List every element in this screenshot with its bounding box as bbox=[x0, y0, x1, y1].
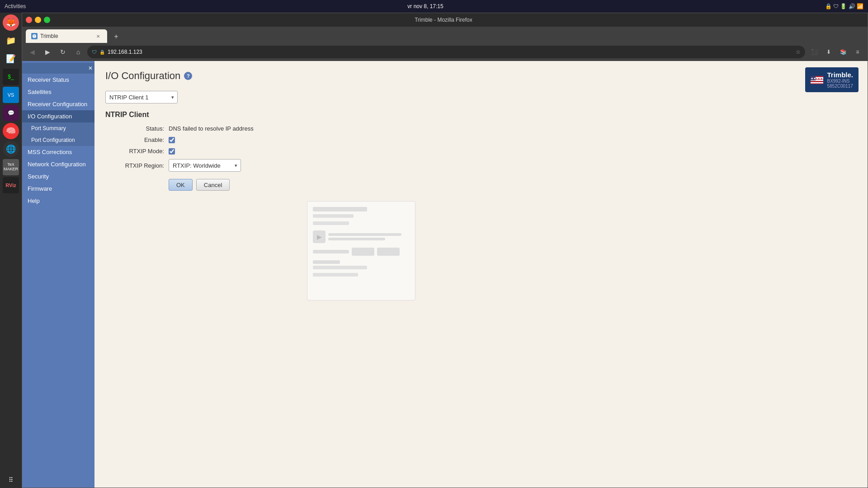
trimble-logo: ★★★★★★★★★★★★★★★★★★★★★★★★★★★★★★★★★★★★★★★★… bbox=[805, 67, 859, 92]
ghost-text-1 bbox=[313, 207, 367, 211]
navbar-extras: ⬛ ⬇ 📚 ≡ bbox=[808, 46, 864, 58]
ghost-row-5 bbox=[313, 273, 410, 277]
ntrip-select-wrapper: NTRIP Client 1 NTRIP Client 2 Serial Por… bbox=[105, 91, 178, 103]
browser-tabbar: T Trimble ✕ + bbox=[22, 27, 868, 43]
taskbar-vscode[interactable]: VS bbox=[3, 87, 19, 103]
rtxip-mode-row: RTXIP Mode: bbox=[105, 148, 857, 155]
menu-btn[interactable]: ≡ bbox=[851, 46, 864, 58]
taskbar: 🦊 📁 📝 $_ VS 💬 🧠 🌐 TeXMAKER RViz ⠿ bbox=[0, 13, 22, 488]
ntrip-client-select[interactable]: NTRIP Client 1 NTRIP Client 2 Serial Por… bbox=[105, 91, 178, 103]
shield-icon: 🛡 bbox=[92, 49, 97, 55]
svg-rect-9 bbox=[811, 83, 823, 84]
browser-navbar: ◀ ▶ ↻ ⌂ 🛡 🔒 192.168.1.123 ☆ ⬛ ⬇ 📚 ≡ bbox=[22, 43, 868, 61]
window-max-btn[interactable]: + bbox=[44, 17, 50, 23]
ghost-row-4 bbox=[313, 260, 410, 269]
tab-favicon: T bbox=[31, 33, 38, 39]
lock-icon: 🔒 bbox=[99, 50, 105, 55]
help-icon-btn[interactable]: ? bbox=[184, 72, 192, 80]
taskbar-brain[interactable]: 🧠 bbox=[3, 123, 19, 139]
section-title: NTRIP Client bbox=[105, 111, 857, 119]
btn-row: OK Cancel bbox=[169, 179, 857, 191]
address-bar[interactable]: 🛡 🔒 192.168.1.123 ☆ bbox=[87, 46, 805, 58]
us-flag-icon: ★★★★★★★★★★★★★★★★★★★★★★★★★★★★★★★★★★★★★★★★… bbox=[811, 76, 823, 84]
clock: vr nov 8, 17:15 bbox=[407, 3, 443, 9]
extensions-btn[interactable]: ⬛ bbox=[808, 46, 821, 58]
rtxip-mode-checkbox[interactable] bbox=[169, 148, 175, 155]
sidebar-item-mss-corrections[interactable]: MSS Corrections bbox=[22, 146, 94, 158]
taskbar-globe[interactable]: 🌐 bbox=[3, 141, 19, 157]
svg-text:★★★★★★★★★★★★★★★★★★★★★★★★★★★★★★: ★★★★★★★★★★★★★★★★★★★★★★★★★★★★★★★★★★★★★★★★… bbox=[811, 77, 823, 80]
page-title-row: I/O Configuration ? bbox=[105, 70, 857, 82]
taskbar-files[interactable]: 📁 bbox=[3, 33, 19, 49]
cancel-button[interactable]: Cancel bbox=[196, 179, 230, 191]
reload-btn[interactable]: ↻ bbox=[57, 46, 69, 58]
downloads-btn[interactable]: ⬇ bbox=[822, 46, 835, 58]
rtxip-region-select[interactable]: RTXIP: Worldwide RTXIP: Americas RTXIP: … bbox=[169, 159, 241, 172]
main-content: ★★★★★★★★★★★★★★★★★★★★★★★★★★★★★★★★★★★★★★★★… bbox=[94, 61, 868, 488]
tab-label: Trimble bbox=[40, 33, 58, 39]
trimble-brand-text: Trimble. BX992-INS 5852C00117 bbox=[827, 71, 853, 89]
sys-tray: 🔒 🛡 🔋 🔊 📶 bbox=[825, 3, 863, 9]
sidebar-item-help[interactable]: Help bbox=[22, 195, 94, 207]
activities-label[interactable]: Activities bbox=[5, 3, 26, 9]
rtxip-mode-label: RTXIP Mode: bbox=[105, 148, 169, 155]
taskbar-notes[interactable]: 📝 bbox=[3, 51, 19, 67]
window-min-btn[interactable]: − bbox=[35, 17, 41, 23]
back-btn[interactable]: ◀ bbox=[26, 46, 38, 58]
system-topbar: Activities vr nov 8, 17:15 🔒 🛡 🔋 🔊 📶 bbox=[0, 0, 868, 13]
sidebar-item-io-config[interactable]: I/O Configuration bbox=[22, 110, 94, 122]
status-label: Status: bbox=[105, 125, 169, 132]
rtxip-region-row: RTXIP Region: RTXIP: Worldwide RTXIP: Am… bbox=[105, 159, 857, 172]
ok-button[interactable]: OK bbox=[169, 179, 193, 191]
bookmarks-btn[interactable]: 📚 bbox=[837, 46, 849, 58]
enable-row: Enable: bbox=[105, 136, 857, 143]
taskbar-slack[interactable]: 💬 bbox=[3, 105, 19, 121]
rtxip-region-label: RTXIP Region: bbox=[105, 162, 169, 169]
taskbar-apps[interactable]: ⠿ bbox=[3, 472, 19, 488]
sidebar: ✕ Receiver Status Satellites Receiver Co… bbox=[22, 61, 94, 488]
sidebar-item-receiver-config[interactable]: Receiver Configuration bbox=[22, 98, 94, 110]
sidebar-item-security[interactable]: Security bbox=[22, 170, 94, 183]
svg-rect-8 bbox=[811, 82, 823, 83]
ghost-row-1 bbox=[313, 221, 410, 227]
enable-checkbox[interactable] bbox=[169, 137, 175, 143]
svg-rect-7 bbox=[811, 81, 823, 82]
sidebar-item-port-config[interactable]: Port Configuration bbox=[22, 134, 94, 146]
page-title: I/O Configuration bbox=[105, 70, 180, 82]
enable-label: Enable: bbox=[105, 136, 169, 143]
new-tab-btn[interactable]: + bbox=[110, 30, 123, 43]
sidebar-item-receiver-status[interactable]: Receiver Status bbox=[22, 74, 94, 86]
browser-titlebar: ✕ − + Trimble - Mozilla Firefox bbox=[22, 13, 868, 27]
sidebar-item-satellites[interactable]: Satellites bbox=[22, 86, 94, 98]
sidebar-item-port-summary[interactable]: Port Summary bbox=[22, 122, 94, 134]
window-close-btn[interactable]: ✕ bbox=[26, 17, 32, 23]
browser-tab-trimble[interactable]: T Trimble ✕ bbox=[26, 29, 107, 43]
sidebar-item-firmware[interactable]: Firmware bbox=[22, 183, 94, 195]
browser-window: ✕ − + Trimble - Mozilla Firefox T Trimbl… bbox=[22, 13, 868, 488]
dropdown-row: NTRIP Client 1 NTRIP Client 2 Serial Por… bbox=[105, 91, 857, 103]
ghost-text-2 bbox=[313, 214, 354, 218]
sidebar-close-btn[interactable]: ✕ bbox=[88, 65, 93, 71]
status-row: Status: DNS failed to resolve IP address bbox=[105, 125, 857, 132]
ghost-row-3 bbox=[313, 248, 410, 256]
ghost-play-icon: ▶ bbox=[313, 230, 326, 243]
bookmark-star[interactable]: ☆ bbox=[796, 49, 801, 55]
sidebar-item-network-config[interactable]: Network Configuration bbox=[22, 158, 94, 170]
rtxip-region-select-wrapper: RTXIP: Worldwide RTXIP: Americas RTXIP: … bbox=[169, 159, 241, 172]
home-btn[interactable]: ⌂ bbox=[72, 46, 85, 58]
browser-title: Trimble - Mozilla Firefox bbox=[50, 17, 837, 23]
taskbar-tex[interactable]: TeXMAKER bbox=[3, 159, 19, 175]
ghost-btn-2 bbox=[377, 248, 400, 256]
svg-text:T: T bbox=[33, 35, 36, 38]
tab-close-btn[interactable]: ✕ bbox=[94, 33, 102, 40]
status-value: DNS failed to resolve IP address bbox=[169, 125, 254, 132]
url-display: 192.168.1.123 bbox=[108, 49, 142, 55]
taskbar-rviz[interactable]: RViz bbox=[3, 177, 19, 193]
taskbar-firefox[interactable]: 🦊 bbox=[3, 14, 19, 31]
sidebar-header: ✕ bbox=[22, 63, 94, 74]
ghost-overlay-card: ▶ bbox=[307, 201, 415, 300]
taskbar-terminal[interactable]: $_ bbox=[3, 69, 19, 85]
forward-btn[interactable]: ▶ bbox=[41, 46, 54, 58]
page-body: ✕ Receiver Status Satellites Receiver Co… bbox=[22, 61, 868, 488]
ghost-row-2: ▶ bbox=[313, 230, 410, 243]
